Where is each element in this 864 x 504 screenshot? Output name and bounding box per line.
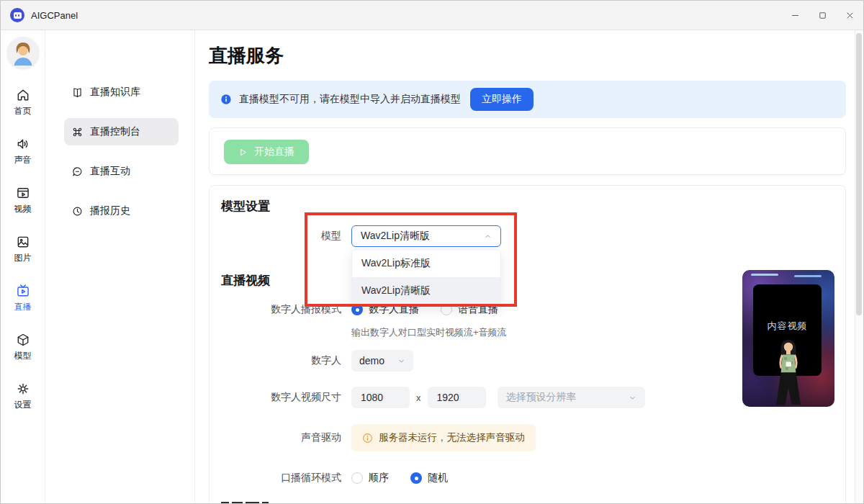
model-select-value: Wav2Lip清晰版	[361, 230, 430, 243]
radio-selected-icon	[410, 472, 422, 484]
rail-label: 视频	[14, 203, 32, 215]
titlebar: AIGCPanel	[1, 1, 863, 30]
sidebar-item-live-interaction[interactable]: 直播互动	[64, 158, 179, 185]
rail-item-home[interactable]: 首页	[1, 88, 45, 117]
voice-driver-label: 声音驱动	[221, 431, 341, 444]
sidebar-item-broadcast-history[interactable]: 播报历史	[64, 197, 179, 225]
start-live-button[interactable]: 开始直播	[224, 140, 309, 164]
live-icon	[16, 284, 30, 298]
app-body: 首页 声音 视频 图片 直播 模型	[1, 30, 863, 503]
preset-placeholder: 选择预设分辨率	[506, 391, 577, 404]
size-separator: x	[416, 392, 421, 403]
video-size-label: 数字人视频尺寸	[221, 391, 341, 404]
play-icon	[238, 148, 248, 157]
app-title: AIGCPanel	[31, 10, 78, 21]
radio-sequential[interactable]: 顺序	[351, 472, 389, 485]
info-icon	[220, 94, 232, 105]
rail-label: 设置	[14, 399, 32, 411]
rail-item-settings[interactable]: 设置	[1, 382, 45, 411]
radio-selected-icon	[351, 304, 363, 315]
digital-human-select[interactable]: demo	[351, 350, 413, 372]
close-icon	[845, 10, 855, 21]
model-label: 模型	[221, 230, 341, 243]
preset-resolution-select[interactable]: 选择预设分辨率	[498, 387, 645, 408]
sidebar-item-label: 播报历史	[90, 204, 130, 217]
sidebar-item-knowledge-base[interactable]: 直播知识库	[64, 78, 179, 106]
rail-label: 直播	[14, 301, 32, 313]
settings-card: 模型设置 模型 Wav2Lip清晰版 Wav2Lip标准版 Wav2Lip清晰版	[209, 185, 846, 503]
model-dropdown-menu: Wav2Lip标准版 Wav2Lip清晰版	[351, 249, 501, 305]
image-icon	[16, 235, 30, 249]
radio-label: 顺序	[369, 472, 389, 485]
broadcast-mode-label: 数字人播报模式	[221, 303, 341, 316]
nav-rail: 首页 声音 视频 图片 直播 模型	[1, 30, 45, 503]
user-avatar[interactable]	[7, 37, 39, 68]
model-select[interactable]: Wav2Lip清晰版	[351, 225, 501, 247]
sidebar: 直播知识库 直播控制台 直播互动 播报历史	[45, 30, 195, 503]
chat-icon	[71, 166, 84, 178]
start-live-label: 开始直播	[254, 145, 294, 158]
app-window: AIGCPanel	[0, 0, 864, 504]
close-button[interactable]	[836, 1, 863, 30]
window-controls	[781, 1, 863, 30]
avatar-person-icon	[7, 37, 39, 68]
minimize-button[interactable]	[781, 1, 809, 30]
content-video-preview[interactable]: 内容视频	[742, 270, 834, 407]
clipped-heading-fragment	[221, 502, 269, 503]
voice-driver-row: 声音驱动 服务器未运行，无法选择声音驱动	[221, 424, 834, 451]
digital-human-figure	[772, 335, 805, 407]
digital-human-label: 数字人	[221, 354, 341, 367]
dropdown-option-clear[interactable]: Wav2Lip清晰版	[352, 277, 500, 305]
page-title: 直播服务	[209, 42, 855, 68]
radio-random[interactable]: 随机	[410, 472, 448, 485]
history-icon	[71, 205, 84, 217]
chevron-up-icon	[484, 233, 492, 240]
rail-item-image[interactable]: 图片	[1, 235, 45, 264]
radio-unselected-icon	[351, 472, 363, 484]
chevron-down-icon	[629, 394, 636, 402]
alert-action-button[interactable]: 立即操作	[470, 88, 534, 111]
digital-human-value: demo	[359, 355, 384, 366]
rail-label: 首页	[14, 105, 32, 117]
maximize-button[interactable]	[809, 1, 836, 30]
scrollbar-thumb[interactable]	[856, 33, 862, 315]
sidebar-item-label: 直播互动	[90, 165, 130, 178]
rail-label: 图片	[14, 252, 32, 264]
rail-item-model[interactable]: 模型	[1, 333, 45, 362]
sidebar-item-live-console[interactable]: 直播控制台	[64, 118, 179, 145]
clipped-next-section	[221, 502, 834, 503]
model-row: 模型 Wav2Lip清晰版 Wav2Lip标准版 Wav2Lip清晰版	[221, 225, 834, 247]
sound-icon	[16, 137, 30, 151]
alert-banner: 直播模型不可用，请在模型中导入并启动直播模型 立即操作	[209, 81, 846, 118]
voice-driver-warning: 服务器未运行，无法选择声音驱动	[351, 424, 536, 451]
maximize-icon	[817, 10, 828, 21]
alert-text: 直播模型不可用，请在模型中导入并启动直播模型	[239, 93, 461, 106]
rail-item-live[interactable]: 直播	[1, 284, 45, 313]
start-live-card: 开始直播	[209, 127, 846, 175]
video-width-input[interactable]	[351, 387, 410, 408]
sidebar-item-label: 直播知识库	[90, 86, 140, 99]
main-content: 直播服务 直播模型不可用，请在模型中导入并启动直播模型 立即操作 开始直播 模型…	[195, 30, 855, 503]
sidebar-item-label: 直播控制台	[90, 125, 140, 138]
video-icon	[16, 186, 30, 200]
loop-mode-label: 口播循环模式	[221, 472, 341, 485]
home-icon	[16, 88, 30, 102]
loop-mode-row: 口播循环模式 顺序 随机	[221, 472, 834, 485]
chevron-down-icon	[397, 357, 405, 365]
rail-item-sound[interactable]: 声音	[1, 137, 45, 166]
rail-label: 模型	[14, 350, 32, 362]
rail-item-video[interactable]: 视频	[1, 186, 45, 215]
book-icon	[71, 86, 84, 99]
model-icon	[16, 333, 30, 347]
video-height-input[interactable]	[428, 387, 486, 408]
scrollbar	[855, 30, 863, 503]
rail-label: 声音	[14, 154, 32, 166]
content-video-label: 内容视频	[768, 320, 808, 333]
settings-icon	[16, 382, 30, 396]
warning-info-icon	[362, 433, 373, 444]
radio-unselected-icon	[441, 304, 452, 315]
warning-text: 服务器未运行，无法选择声音驱动	[379, 431, 525, 444]
dropdown-option-standard[interactable]: Wav2Lip标准版	[352, 250, 500, 277]
model-settings-title: 模型设置	[221, 199, 834, 215]
radio-label: 随机	[428, 472, 448, 485]
